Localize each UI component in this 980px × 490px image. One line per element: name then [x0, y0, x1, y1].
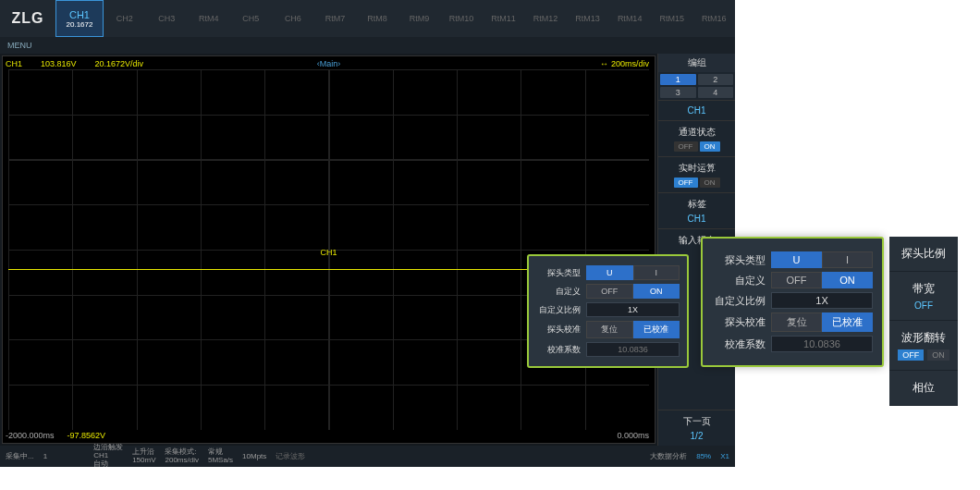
plot-timediv: ↔200ms/div [600, 59, 649, 68]
main-area: CH1 103.816V 20.1672V/div ‹Main› ↔200ms/… [0, 54, 735, 446]
channel-tab[interactable]: RtM8 [356, 10, 398, 27]
channel-tab[interactable]: RtM10 [440, 10, 483, 27]
mem-depth: 10Mpts [242, 452, 266, 460]
plot-center-label: ‹Main› [317, 59, 341, 68]
plot-header: CH1 103.816V 20.1672V/div [6, 59, 143, 68]
channel-tab[interactable]: RtM13 [567, 10, 609, 27]
phase-item[interactable]: 相位 [889, 371, 958, 406]
big-custom-on[interactable]: ON [822, 272, 873, 288]
custom-on[interactable]: ON [633, 284, 680, 299]
calc-on[interactable]: ON [700, 178, 720, 188]
plot-bottom-left: -2000.000ms -97.8562V [6, 431, 105, 440]
plot-vdiv: 20.1672V/div [95, 59, 144, 68]
sidebar-ch-name: CH1 [687, 105, 705, 116]
big-probe-type-u[interactable]: U [771, 251, 822, 268]
channel-tab[interactable]: RtM16 [692, 10, 735, 27]
state-off[interactable]: OFF [674, 141, 698, 152]
plot-voltage: 103.816V [41, 59, 77, 68]
bigdata-btn[interactable]: 大数据分析 [650, 451, 687, 461]
status-ch: 1 [43, 452, 47, 460]
right-panel: 探头比例 带宽OFF 波形翻转OFFON 相位 [889, 237, 958, 406]
channel-tab[interactable]: CH6 [272, 10, 314, 27]
calib-reset[interactable]: 复位 [586, 321, 633, 338]
plot-time-right: 0.000ms [617, 431, 649, 440]
selected-ch-value: 20.1672 [67, 20, 93, 29]
ratio-value[interactable]: 1X [586, 302, 680, 317]
probe-type-u[interactable]: U [586, 265, 633, 280]
selected-ch-name: CH1 [69, 9, 90, 20]
channel-tab[interactable]: RtM14 [608, 10, 651, 27]
channel-tab[interactable]: RtM11 [483, 10, 525, 27]
big-coef-value[interactable]: 10.0836 [771, 336, 873, 352]
coef-value[interactable]: 10.0836 [586, 342, 680, 357]
label-section[interactable]: 标签 CH1 [658, 192, 735, 228]
channel-tab[interactable]: RtM7 [314, 10, 357, 27]
acq-status: 采集中... [6, 451, 34, 461]
waveform-plot[interactable]: CH1 103.816V 20.1672V/div ‹Main› ↔200ms/… [2, 55, 655, 444]
group-button[interactable]: 2 [698, 74, 734, 85]
realtime-calc-section[interactable]: 实时运算 OFFON [658, 156, 735, 192]
channel-tab[interactable]: RtM4 [188, 10, 230, 27]
probe-popup-small: 探头类型UI 自定义OFFON 自定义比例1X 探头校准复位已校准 校准系数10… [527, 254, 689, 368]
menu-row: MENU [0, 37, 735, 54]
battery-pct: 85% [696, 452, 711, 460]
channel-tab[interactable]: RtM9 [398, 10, 441, 27]
big-ratio-value[interactable]: 1X [771, 292, 873, 309]
calib-done[interactable]: 已校准 [633, 321, 680, 338]
big-calib-done[interactable]: 已校准 [822, 312, 873, 332]
status-bar: 采集中... 1 边沿触发CH1自动 上升沿150mV 采集模式:200ms/d… [0, 446, 735, 467]
selected-channel-block[interactable]: CH1 20.1672 [55, 0, 104, 37]
plot-v-bottom: -97.8562V [67, 431, 106, 440]
custom-off[interactable]: OFF [586, 284, 633, 299]
flip-off[interactable]: OFF [898, 349, 924, 361]
channel-tab[interactable]: CH3 [146, 10, 189, 27]
probe-ratio-item[interactable]: 探头比例 [889, 237, 958, 272]
channel-state-section[interactable]: 通道状态 OFFON [658, 120, 735, 156]
flip-on[interactable]: ON [927, 349, 949, 361]
state-on[interactable]: ON [700, 141, 720, 152]
group-buttons: 1234 [658, 72, 735, 100]
trace-label: CH1 [320, 248, 337, 257]
oscilloscope-app: ZLG CH1 20.1672 CH2CH3RtM4CH5CH6RtM7RtM8… [0, 0, 735, 467]
channel-tabs: CH2CH3RtM4CH5CH6RtM7RtM8RtM9RtM10RtM11Rt… [104, 0, 735, 37]
big-calib-reset[interactable]: 复位 [771, 312, 822, 332]
group-button[interactable]: 4 [698, 87, 734, 98]
next-page-section[interactable]: 下一页 1/2 [658, 410, 735, 446]
zoom-x1: X1 [720, 452, 729, 460]
probe-type-i[interactable]: I [633, 265, 680, 280]
channel-tab[interactable]: RtM12 [524, 10, 567, 27]
probe-popup-large: 探头类型UI 自定义OFFON 自定义比例1X 探头校准复位已校准 校准系数10… [701, 237, 884, 367]
record-wave[interactable]: 记录波形 [276, 451, 305, 461]
big-custom-off[interactable]: OFF [771, 272, 822, 288]
plot-ch-label: CH1 [6, 59, 22, 68]
group-button[interactable]: 3 [660, 87, 696, 98]
topbar: ZLG CH1 20.1672 CH2CH3RtM4CH5CH6RtM7RtM8… [0, 0, 735, 37]
pan-arrows-icon: ↔ [600, 59, 608, 68]
channel-tab[interactable]: CH2 [104, 10, 146, 27]
group-button[interactable]: 1 [660, 74, 696, 85]
menu-button[interactable]: MENU [2, 41, 38, 50]
calc-off[interactable]: OFF [674, 178, 698, 188]
plot-time-left: -2000.000ms [6, 431, 55, 440]
wave-flip-item[interactable]: 波形翻转OFFON [889, 321, 958, 371]
big-probe-type-i[interactable]: I [822, 251, 873, 268]
group-title: 编组 [658, 54, 735, 72]
channel-tab[interactable]: CH5 [230, 10, 273, 27]
channel-tab[interactable]: RtM15 [651, 10, 693, 27]
bandwidth-item[interactable]: 带宽OFF [889, 272, 958, 321]
logo: ZLG [0, 0, 55, 37]
